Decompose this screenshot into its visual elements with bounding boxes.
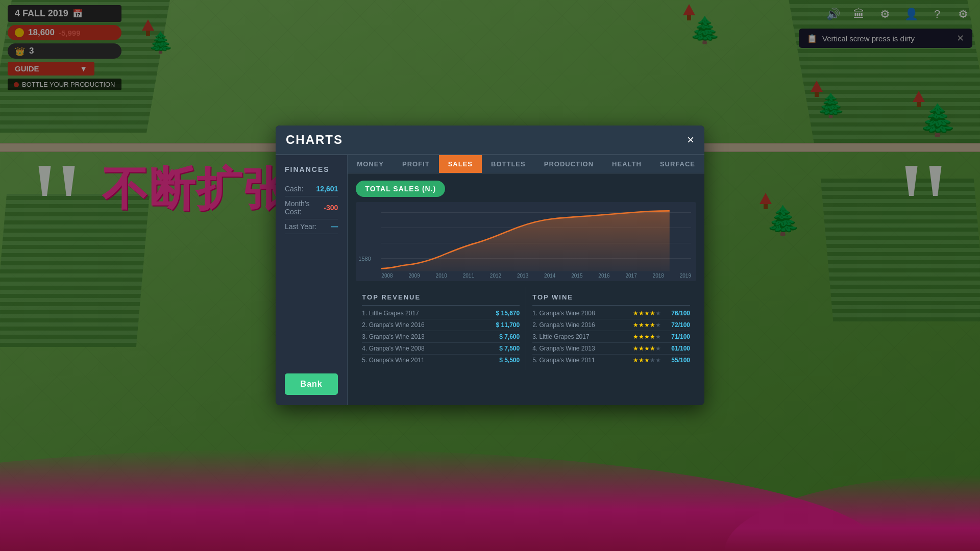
chart-tabs: MONEY PROFIT SALES BOTTLES PRODUCTION HE… bbox=[348, 155, 704, 173]
wine-row-stars: ★★★★★ bbox=[629, 333, 665, 340]
revenue-row-value: $ 15,670 bbox=[489, 310, 520, 317]
tab-sales[interactable]: SALES bbox=[439, 155, 482, 173]
tab-surface[interactable]: SURFACE bbox=[651, 155, 704, 173]
star-empty: ★ bbox=[655, 310, 661, 317]
x-label-2008: 2008 bbox=[381, 273, 393, 279]
tab-profit[interactable]: PROFIT bbox=[393, 155, 439, 173]
star-filled: ★ bbox=[633, 357, 639, 364]
wine-row-name: 4. Granpa's Wine 2013 bbox=[532, 345, 629, 352]
star-filled: ★ bbox=[650, 321, 655, 329]
wine-row-name: 2. Granpa's Wine 2016 bbox=[532, 321, 629, 329]
wine-row-stars: ★★★★★ bbox=[629, 357, 665, 364]
wine-row: 4. Granpa's Wine 2013 ★★★★★ 61/100 bbox=[532, 343, 690, 355]
wine-row-name: 5. Granpa's Wine 2011 bbox=[532, 357, 629, 364]
revenue-row: 3. Granpa's Wine 2013 $ 7,600 bbox=[362, 331, 520, 343]
revenue-row-value: $ 7,600 bbox=[489, 333, 520, 340]
x-label-2009: 2009 bbox=[408, 273, 420, 279]
revenue-rows-container: 1. Little Grapes 2017 $ 15,670 2. Granpa… bbox=[362, 308, 520, 366]
revenue-row: 1. Little Grapes 2017 $ 15,670 bbox=[362, 308, 520, 319]
finances-title: FINANCES bbox=[285, 165, 338, 173]
revenue-row: 5. Granpa's Wine 2011 $ 5,500 bbox=[362, 355, 520, 366]
chart-x-labels: 2008 2009 2010 2011 2012 2013 2014 2015 … bbox=[381, 273, 691, 279]
wine-row: 5. Granpa's Wine 2011 ★★★★★ 55/100 bbox=[532, 355, 690, 366]
star-filled: ★ bbox=[644, 333, 650, 340]
finances-content: FINANCES Cash: 12,601 Month's Cost: -300… bbox=[285, 165, 338, 234]
x-label-2011: 2011 bbox=[463, 273, 474, 279]
modal-close-button[interactable]: × bbox=[687, 134, 694, 146]
month-cost-row: Month's Cost: -300 bbox=[285, 196, 338, 219]
wine-row-score: 61/100 bbox=[665, 345, 690, 352]
y-label: 1580 bbox=[358, 256, 371, 262]
tab-health[interactable]: HEALTH bbox=[603, 155, 651, 173]
last-year-label: Last Year: bbox=[285, 222, 316, 231]
wine-row-stars: ★★★★★ bbox=[629, 310, 665, 317]
star-filled: ★ bbox=[644, 321, 650, 329]
star-filled: ★ bbox=[650, 345, 655, 352]
bank-button[interactable]: Bank bbox=[285, 373, 338, 395]
x-label-2012: 2012 bbox=[490, 273, 501, 279]
revenue-row-value: $ 11,700 bbox=[489, 321, 520, 329]
x-label-2016: 2016 bbox=[598, 273, 609, 279]
x-label-2019: 2019 bbox=[680, 273, 691, 279]
wine-row-stars: ★★★★★ bbox=[629, 321, 665, 329]
star-empty: ★ bbox=[650, 357, 655, 364]
star-filled: ★ bbox=[644, 357, 650, 364]
bottom-tables: TOP REVENUE 1. Little Grapes 2017 $ 15,6… bbox=[356, 287, 696, 370]
x-label-2018: 2018 bbox=[653, 273, 664, 279]
star-filled: ★ bbox=[650, 310, 655, 317]
star-filled: ★ bbox=[633, 310, 639, 317]
star-filled: ★ bbox=[639, 357, 644, 364]
tab-money[interactable]: MONEY bbox=[348, 155, 393, 173]
star-filled: ★ bbox=[639, 345, 644, 352]
month-cost-label: Month's Cost: bbox=[285, 199, 324, 216]
revenue-row-value: $ 7,500 bbox=[489, 345, 520, 352]
star-filled: ★ bbox=[639, 333, 644, 340]
top-wine-section: TOP WINE 1. Granpa's Wine 2008 ★★★★★ 76/… bbox=[526, 287, 696, 370]
star-filled: ★ bbox=[650, 333, 655, 340]
revenue-row-name: 4. Granpa's Wine 2008 bbox=[362, 345, 489, 352]
revenue-row-name: 5. Granpa's Wine 2011 bbox=[362, 357, 489, 364]
chart-type-selector[interactable]: TOTAL SALES (N.) bbox=[356, 181, 445, 197]
last-year-row: Last Year: — bbox=[285, 219, 338, 234]
modal-overlay: CHARTS × FINANCES Cash: 12,601 Month's C… bbox=[0, 0, 980, 551]
wine-row-name: 1. Granpa's Wine 2008 bbox=[532, 310, 629, 317]
finances-panel: FINANCES Cash: 12,601 Month's Cost: -300… bbox=[276, 155, 348, 405]
tab-production[interactable]: PRODUCTION bbox=[535, 155, 603, 173]
star-filled: ★ bbox=[633, 345, 639, 352]
star-empty: ★ bbox=[655, 333, 661, 340]
star-filled: ★ bbox=[644, 345, 650, 352]
star-filled: ★ bbox=[633, 321, 639, 329]
modal-title: CHARTS bbox=[286, 133, 343, 147]
x-label-2014: 2014 bbox=[544, 273, 555, 279]
star-filled: ★ bbox=[639, 321, 644, 329]
wine-row-name: 3. Little Grapes 2017 bbox=[532, 333, 629, 340]
last-year-value: — bbox=[331, 222, 338, 231]
chart-area: 1580 bbox=[356, 202, 696, 281]
cash-value: 12,601 bbox=[316, 185, 338, 193]
chart-content: TOTAL SALES (N.) 1580 bbox=[348, 173, 704, 405]
month-cost-value: -300 bbox=[324, 204, 338, 212]
revenue-row-name: 1. Little Grapes 2017 bbox=[362, 310, 489, 317]
wine-row-score: 72/100 bbox=[665, 321, 690, 329]
tab-bottles[interactable]: BOTTLES bbox=[482, 155, 535, 173]
top-revenue-header: TOP REVENUE bbox=[362, 291, 520, 306]
top-wine-header: TOP WINE bbox=[532, 291, 690, 306]
wine-row-stars: ★★★★★ bbox=[629, 345, 665, 352]
wine-row-score: 71/100 bbox=[665, 333, 690, 340]
revenue-row: 2. Granpa's Wine 2016 $ 11,700 bbox=[362, 319, 520, 331]
cash-row: Cash: 12,601 bbox=[285, 182, 338, 196]
revenue-row-name: 2. Granpa's Wine 2016 bbox=[362, 321, 489, 329]
top-revenue-section: TOP REVENUE 1. Little Grapes 2017 $ 15,6… bbox=[356, 287, 526, 370]
x-label-2010: 2010 bbox=[436, 273, 447, 279]
modal-header: CHARTS × bbox=[276, 126, 704, 155]
chart-svg bbox=[381, 207, 691, 271]
wine-row: 3. Little Grapes 2017 ★★★★★ 71/100 bbox=[532, 331, 690, 343]
modal-body: FINANCES Cash: 12,601 Month's Cost: -300… bbox=[276, 155, 704, 405]
charts-panel: MONEY PROFIT SALES BOTTLES PRODUCTION HE… bbox=[348, 155, 704, 405]
star-empty: ★ bbox=[655, 321, 661, 329]
x-label-2013: 2013 bbox=[517, 273, 528, 279]
wine-row: 2. Granpa's Wine 2016 ★★★★★ 72/100 bbox=[532, 319, 690, 331]
wine-rows-container: 1. Granpa's Wine 2008 ★★★★★ 76/100 2. Gr… bbox=[532, 308, 690, 366]
x-label-2017: 2017 bbox=[625, 273, 636, 279]
wine-row: 1. Granpa's Wine 2008 ★★★★★ 76/100 bbox=[532, 308, 690, 319]
